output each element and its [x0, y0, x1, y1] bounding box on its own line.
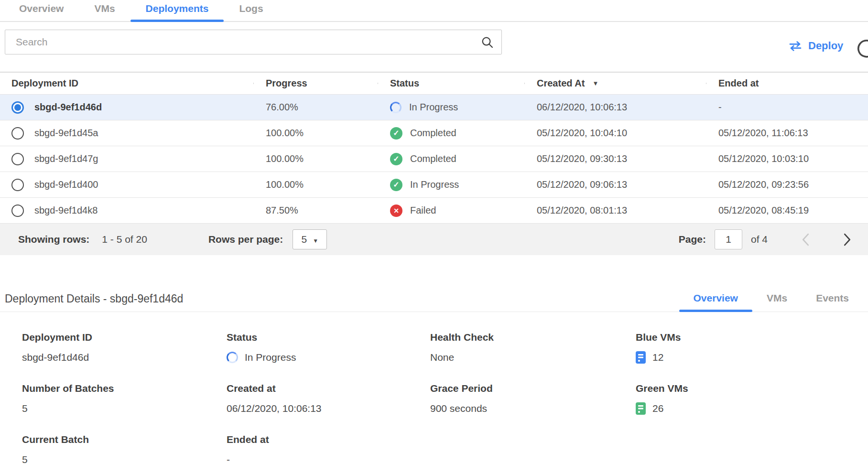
created-at-cell: 05/12/2020, 09:30:13 [524, 153, 706, 164]
detail-field-icon [636, 351, 646, 364]
tab-deployments[interactable]: Deployments [130, 0, 224, 21]
row-select-radio[interactable] [11, 101, 24, 114]
detail-field-value: 5 [22, 454, 28, 465]
status-icon [390, 179, 402, 191]
previous-page-button[interactable] [802, 233, 809, 246]
main-tabbar: Overview VMs Deployments Logs [0, 0, 868, 22]
created-at-cell: 06/12/2020, 10:06:13 [524, 102, 706, 113]
status-icon [390, 127, 402, 140]
detail-field-value: sbgd-9ef1d46d [22, 352, 89, 363]
status-cell: Failed [410, 205, 436, 216]
details-tab-overview[interactable]: Overview [679, 289, 752, 312]
row-select-radio[interactable] [11, 205, 24, 217]
ended-at-cell: 05/12/2020, 09:23:56 [706, 179, 868, 190]
detail-field-label: Grace Period [430, 383, 636, 394]
detail-field-value: 12 [652, 352, 663, 363]
ended-at-cell: 05/12/2020, 08:45:19 [706, 205, 868, 216]
detail-field-icon [636, 402, 646, 415]
deploy-button-label: Deploy [808, 40, 843, 52]
search-input[interactable] [5, 30, 481, 54]
detail-field-value: None [430, 352, 454, 363]
detail-field-value: 5 [22, 403, 28, 414]
row-select-radio[interactable] [11, 153, 24, 165]
deployment-id-cell: sbgd-9ef1d4k8 [34, 205, 98, 216]
detail-field-value: - [227, 454, 230, 465]
detail-field: Health Check None [430, 332, 636, 365]
table-header: Deployment ID Progress Status Created At… [0, 72, 868, 95]
detail-field: Current Batch 5 [22, 434, 227, 467]
details-grid: Deployment ID sbgd-9ef1d46d Status In Pr… [22, 332, 868, 467]
sort-desc-icon [592, 80, 598, 87]
column-header-ended-at[interactable]: Ended at [706, 78, 868, 89]
page-input[interactable] [715, 229, 742, 249]
deployments-table: Deployment ID Progress Status Created At… [0, 72, 868, 255]
detail-field-value: 06/12/2020, 10:06:13 [227, 403, 322, 414]
table-row[interactable]: sbgd-9ef1d400 100.00% In Progress 05/12/… [0, 172, 868, 198]
status-icon [390, 205, 402, 217]
status-icon [390, 153, 402, 165]
status-cell: In Progress [410, 179, 459, 190]
deploy-button[interactable]: Deploy [789, 36, 843, 55]
progress-cell: 100.00% [253, 179, 378, 190]
detail-field-label: Green VMs [636, 383, 868, 394]
detail-field: Ended at - [227, 434, 430, 467]
deployment-id-cell: sbgd-9ef1d45a [34, 128, 98, 139]
showing-rows-label: Showing rows: [18, 234, 89, 245]
swap-arrows-icon [789, 41, 802, 52]
rows-per-page-label: Rows per page: [208, 234, 283, 245]
detail-field-label: Number of Batches [22, 383, 227, 394]
column-header-label: Deployment ID [11, 78, 78, 89]
created-at-cell: 05/12/2020, 08:01:13 [524, 205, 706, 216]
detail-field-icon [227, 352, 238, 363]
deployment-id-cell: sbgd-9ef1d46d [34, 102, 102, 113]
column-header-label: Status [390, 78, 419, 89]
detail-field: Deployment ID sbgd-9ef1d46d [22, 332, 227, 365]
row-select-radio[interactable] [11, 127, 24, 140]
table-row[interactable]: sbgd-9ef1d47g 100.00% Completed 05/12/20… [0, 146, 868, 172]
tab-logs[interactable]: Logs [224, 0, 278, 21]
deployment-id-cell: sbgd-9ef1d400 [34, 179, 98, 190]
showing-rows-value: 1 - 5 of 20 [102, 234, 147, 245]
status-icon [390, 102, 401, 113]
table-row[interactable]: sbgd-9ef1d46d 76.00% In Progress 06/12/2… [0, 95, 868, 120]
created-at-cell: 05/12/2020, 09:06:13 [524, 179, 706, 190]
details-tab-events[interactable]: Events [802, 289, 863, 312]
detail-field: Blue VMs 12 [636, 332, 868, 365]
tab-vms[interactable]: VMs [79, 0, 130, 21]
ended-at-cell: 05/12/2020, 10:03:10 [706, 153, 868, 164]
column-header-label: Progress [266, 78, 307, 89]
column-header-deployment-id[interactable]: Deployment ID [0, 78, 253, 89]
detail-field: Status In Progress [227, 332, 430, 365]
status-cell: Completed [410, 128, 456, 139]
status-cell: In Progress [409, 102, 458, 113]
column-header-progress[interactable]: Progress [253, 78, 378, 89]
detail-field-label: Status [227, 332, 430, 343]
refresh-icon[interactable] [857, 38, 868, 60]
details-tab-vms[interactable]: VMs [752, 289, 802, 312]
details-title: Deployment Details - sbgd-9ef1d46d [5, 292, 183, 305]
search-icon[interactable] [481, 36, 494, 49]
detail-field: Created at 06/12/2020, 10:06:13 [227, 383, 430, 416]
status-cell: Completed [410, 153, 456, 164]
deployment-id-cell: sbgd-9ef1d47g [34, 153, 98, 164]
detail-field-label: Ended at [227, 434, 430, 445]
column-header-label: Created At [537, 78, 585, 89]
created-at-cell: 05/12/2020, 10:04:10 [524, 128, 706, 139]
progress-cell: 100.00% [253, 153, 378, 164]
rows-per-page-select[interactable]: 5 [293, 229, 327, 249]
tab-overview[interactable]: Overview [4, 0, 79, 21]
row-select-radio[interactable] [11, 179, 24, 191]
chevron-down-icon [313, 234, 318, 245]
column-header-label: Ended at [718, 78, 759, 89]
next-page-button[interactable] [844, 233, 851, 246]
column-header-created-at[interactable]: Created At [524, 78, 706, 89]
progress-cell: 100.00% [253, 128, 378, 139]
detail-field-value: 900 seconds [430, 403, 487, 414]
detail-field-label: Created at [227, 383, 430, 394]
table-row[interactable]: sbgd-9ef1d45a 100.00% Completed 05/12/20… [0, 120, 868, 146]
rows-per-page-value: 5 [301, 234, 307, 245]
detail-field-label: Deployment ID [22, 332, 227, 343]
column-header-status[interactable]: Status [378, 78, 524, 89]
detail-field: Grace Period 900 seconds [430, 383, 636, 416]
table-row[interactable]: sbgd-9ef1d4k8 87.50% Failed 05/12/2020, … [0, 198, 868, 224]
